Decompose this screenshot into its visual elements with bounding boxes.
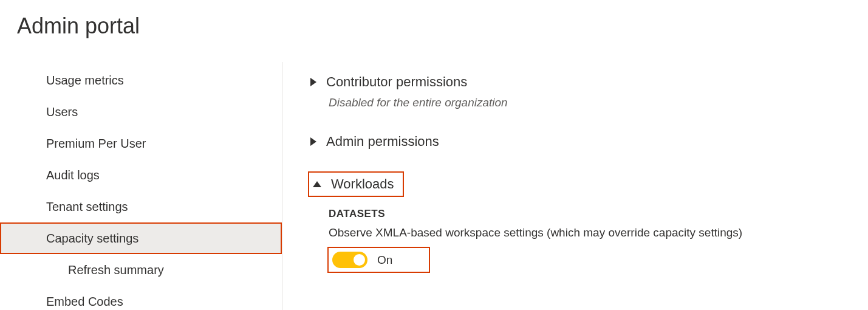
triangle-right-icon <box>310 78 316 86</box>
triangle-up-icon <box>313 181 321 187</box>
group-label-datasets: DATASETS <box>329 208 868 220</box>
sidebar-item-users[interactable]: Users <box>0 96 282 128</box>
sidebar-item-usage-metrics[interactable]: Usage metrics <box>0 64 282 96</box>
section-contributor-permissions: Contributor permissions Disabled for the… <box>310 72 868 109</box>
xmla-toggle[interactable] <box>332 252 367 268</box>
section-title: Contributor permissions <box>326 74 467 90</box>
sidebar-item-premium-per-user[interactable]: Premium Per User <box>0 128 282 159</box>
page-title: Admin portal <box>0 0 868 39</box>
sidebar-item-tenant-settings[interactable]: Tenant settings <box>0 191 282 222</box>
section-subtext: Disabled for the entire organization <box>329 96 868 109</box>
sidebar-item-capacity-settings[interactable]: Capacity settings <box>0 222 282 254</box>
setting-description: Observe XMLA-based workspace settings (w… <box>329 226 868 239</box>
toggle-knob <box>354 254 365 266</box>
sidebar-item-embed-codes[interactable]: Embed Codes <box>0 286 282 310</box>
main-panel: Contributor permissions Disabled for the… <box>282 62 868 310</box>
section-title: Workloads <box>331 176 394 192</box>
section-title: Admin permissions <box>326 134 439 150</box>
xmla-toggle-row: On <box>329 248 429 272</box>
workloads-body: DATASETS Observe XMLA-based workspace se… <box>329 208 868 272</box>
triangle-right-icon <box>310 137 316 146</box>
section-header-workloads[interactable]: Workloads <box>310 174 402 195</box>
sidebar-nav: Usage metrics Users Premium Per User Aud… <box>0 62 282 310</box>
section-admin-permissions: Admin permissions <box>310 131 868 152</box>
section-header-contributor[interactable]: Contributor permissions <box>310 72 868 92</box>
section-workloads: Workloads DATASETS Observe XMLA-based wo… <box>310 174 868 272</box>
toggle-state-label: On <box>377 253 392 267</box>
section-header-admin[interactable]: Admin permissions <box>310 131 868 152</box>
sidebar-item-refresh-summary[interactable]: Refresh summary <box>0 254 282 286</box>
sidebar-item-audit-logs[interactable]: Audit logs <box>0 159 282 191</box>
